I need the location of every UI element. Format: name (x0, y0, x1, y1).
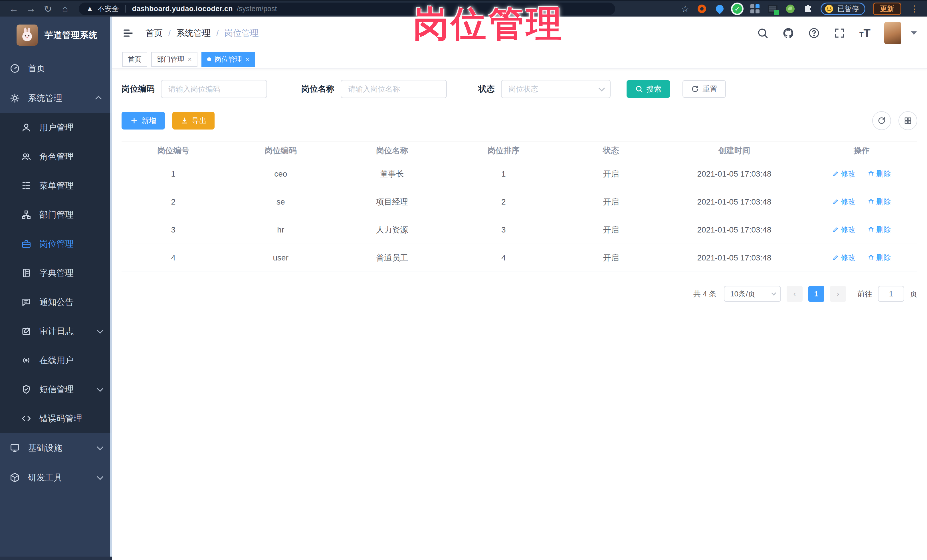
user-icon (21, 122, 31, 133)
pagination: 共 4 条 10条/页 ‹ 1 › 前往 页 (122, 286, 917, 302)
sidebar-item-roles[interactable]: 角色管理 (0, 142, 112, 171)
breadcrumb-system[interactable]: 系统管理 (176, 27, 211, 39)
online-icon (21, 355, 31, 366)
extension-grid-icon[interactable] (750, 4, 760, 14)
status-select[interactable]: 岗位状态 (501, 80, 611, 98)
delete-link[interactable]: 删除 (868, 253, 891, 263)
logo-rabbit-image (17, 24, 38, 46)
refresh-icon (877, 116, 886, 125)
bookmark-star-icon[interactable]: ☆ (681, 3, 689, 14)
reset-button[interactable]: 重置 (682, 80, 726, 98)
box-icon (10, 472, 20, 483)
next-page-button[interactable]: › (830, 286, 846, 302)
tab-departments[interactable]: 部门管理 × (151, 52, 198, 67)
help-icon[interactable] (808, 27, 820, 39)
cell-actions: 修改 删除 (806, 244, 918, 272)
cell-created: 2021-01-05 17:03:48 (663, 216, 806, 244)
cell-id: 3 (122, 216, 225, 244)
extension-sprout-icon[interactable] (785, 4, 795, 14)
back-icon[interactable]: ← (6, 2, 21, 15)
search-button[interactable]: 搜索 (626, 80, 670, 98)
sidebar-item-menus[interactable]: 菜单管理 (0, 171, 112, 200)
delete-link[interactable]: 删除 (868, 225, 891, 235)
cell-created: 2021-01-05 17:03:48 (663, 188, 806, 216)
edit-link[interactable]: 修改 (832, 169, 856, 179)
header-actions: TT (757, 22, 917, 44)
status-placeholder: 岗位状态 (508, 84, 538, 94)
url-divider (125, 5, 126, 12)
extensions-puzzle-icon[interactable] (803, 4, 813, 14)
cell-sort: 2 (448, 188, 559, 216)
search-icon[interactable] (757, 27, 769, 39)
sidebar-item-dict[interactable]: 字典管理 (0, 258, 112, 288)
table-toolbar: 新增 导出 (122, 111, 917, 130)
sidebar-item-notice[interactable]: 通知公告 (0, 288, 112, 317)
cell-created: 2021-01-05 17:03:48 (663, 244, 806, 272)
forward-icon[interactable]: → (23, 2, 38, 15)
page-size-select[interactable]: 10条/页 (724, 286, 781, 302)
hamburger-icon[interactable] (122, 27, 134, 39)
font-size-icon[interactable]: TT (859, 27, 871, 39)
fullscreen-icon[interactable] (834, 27, 846, 39)
extension-drop-icon[interactable] (714, 4, 725, 14)
chevron-up-icon (95, 96, 102, 102)
sidebar-item-sms[interactable]: 短信管理 (0, 375, 112, 404)
users-icon (21, 152, 31, 162)
app-logo[interactable]: 芋道管理系统 (0, 17, 112, 54)
sidebar-item-devtools[interactable]: 研发工具 (0, 463, 112, 492)
breadcrumb-home[interactable]: 首页 (146, 27, 163, 39)
gear-icon (10, 93, 20, 103)
avatar-caret-icon[interactable] (911, 31, 917, 35)
prev-page-button[interactable]: ‹ (787, 286, 802, 302)
cell-sort: 4 (448, 244, 559, 272)
extension-check-icon[interactable]: ✓ (732, 4, 742, 14)
paused-label: 已暂停 (837, 4, 859, 14)
sidebar-item-online-users[interactable]: 在线用户 (0, 346, 112, 375)
page-1-button[interactable]: 1 (808, 286, 824, 302)
post-code-label: 岗位编码 (122, 83, 155, 95)
refresh-icon (691, 85, 699, 93)
reload-icon[interactable]: ↻ (41, 2, 55, 15)
tab-home[interactable]: 首页 (122, 52, 147, 67)
sidebar-scrollbar[interactable] (110, 17, 112, 560)
sidebar-item-system[interactable]: 系统管理 (0, 83, 112, 113)
paused-extension-badge[interactable]: 已暂停 (821, 3, 865, 15)
delete-link[interactable]: 删除 (868, 169, 891, 179)
home-icon[interactable]: ⌂ (58, 2, 73, 15)
edit-link[interactable]: 修改 (832, 225, 856, 235)
edit-link[interactable]: 修改 (832, 197, 856, 207)
trash-icon (868, 226, 874, 233)
cell-status: 开启 (559, 188, 663, 216)
sidebar-item-error-codes[interactable]: 错误码管理 (0, 404, 112, 433)
extension-list-icon[interactable] (767, 4, 778, 14)
extension-donut-icon[interactable] (697, 4, 707, 14)
col-post-name: 岗位名称 (336, 141, 448, 160)
goto-page-input[interactable] (878, 286, 904, 302)
sidebar-item-infra[interactable]: 基础设施 (0, 433, 112, 463)
refresh-table-button[interactable] (872, 111, 891, 130)
close-icon[interactable]: × (245, 55, 249, 63)
column-settings-button[interactable] (898, 111, 917, 130)
edit-link[interactable]: 修改 (832, 253, 856, 263)
tab-posts[interactable]: 岗位管理 × (201, 52, 255, 67)
filter-post-name: 岗位名称 (301, 80, 447, 98)
col-post-sort: 岗位排序 (448, 141, 559, 160)
url-path: /system/post (237, 5, 277, 13)
sidebar-item-users[interactable]: 用户管理 (0, 113, 112, 142)
export-button[interactable]: 导出 (172, 112, 214, 129)
delete-link[interactable]: 删除 (868, 197, 891, 207)
sidebar-item-posts[interactable]: 岗位管理 (0, 229, 112, 258)
post-code-input[interactable] (161, 80, 267, 98)
sidebar-item-departments[interactable]: 部门管理 (0, 200, 112, 229)
sidebar-item-audit-log[interactable]: 审计日志 (0, 317, 112, 346)
add-button[interactable]: 新增 (122, 112, 165, 129)
browser-update-button[interactable]: 更新 (873, 3, 901, 15)
github-icon[interactable] (782, 27, 794, 39)
sidebar-menu: 首页 系统管理 用户管理 (0, 54, 112, 492)
user-avatar[interactable] (884, 22, 901, 44)
sidebar-item-home[interactable]: 首页 (0, 54, 112, 83)
close-icon[interactable]: × (188, 55, 192, 63)
tags-view-bar: 首页 部门管理 × 岗位管理 × (112, 50, 927, 69)
post-name-input[interactable] (341, 80, 447, 98)
browser-menu-icon[interactable]: ⋮ (909, 4, 921, 14)
